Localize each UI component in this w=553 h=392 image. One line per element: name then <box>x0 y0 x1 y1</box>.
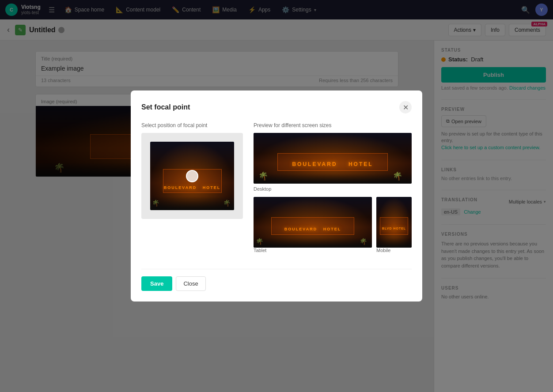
tablet-preview-container: BOULEVARD HOTEL 🌴 🌴 Tablet <box>254 197 372 258</box>
mobile-preview-image: BLVD HOTEL <box>376 197 412 248</box>
tablet-hotel-scene: BOULEVARD HOTEL 🌴 🌴 <box>254 197 372 248</box>
focal-selector-panel: Select position of focal point BOULEVARD… <box>141 122 243 258</box>
desktop-label: Desktop <box>254 186 412 192</box>
focal-selector-container: BOULEVARD HOTEL 🌴 🌴 <box>141 133 243 219</box>
desktop-hotel-scene: BOULEVARD HOTEL 🌴 🌴 <box>254 133 412 184</box>
preview-small-row: BOULEVARD HOTEL 🌴 🌴 Tablet <box>254 197 412 258</box>
modal-header: Set focal point ✕ <box>141 101 412 113</box>
focal-point-modal: Set focal point ✕ Select position of foc… <box>131 90 422 302</box>
tablet-label: Tablet <box>254 248 372 253</box>
modal-title: Set focal point <box>141 103 190 111</box>
modal-footer: Save Close <box>141 269 412 291</box>
focal-preview-panel: Preview for different screen sizes BOULE… <box>254 122 412 258</box>
focal-image: BOULEVARD HOTEL 🌴 🌴 <box>150 142 234 210</box>
mobile-hotel-scene: BLVD HOTEL <box>376 197 412 248</box>
modal-close-button[interactable]: ✕ <box>399 101 412 113</box>
focal-car-row <box>150 196 234 210</box>
mobile-label: Mobile <box>376 248 412 253</box>
modal-body: Select position of focal point BOULEVARD… <box>141 122 412 258</box>
focal-section-title: Select position of focal point <box>141 122 243 128</box>
tablet-preview-image: BOULEVARD HOTEL 🌴 🌴 <box>254 197 372 248</box>
preview-section-title: Preview for different screen sizes <box>254 122 412 128</box>
desktop-preview-image: BOULEVARD HOTEL 🌴 🌴 <box>254 133 412 184</box>
save-button[interactable]: Save <box>141 276 172 291</box>
modal-overlay[interactable]: Set focal point ✕ Select position of foc… <box>0 0 553 392</box>
focal-image-area[interactable]: BOULEVARD HOTEL 🌴 🌴 <box>150 142 234 210</box>
close-button[interactable]: Close <box>176 276 205 291</box>
mobile-preview-container: BLVD HOTEL Mobile <box>376 197 412 258</box>
focal-point-handle[interactable] <box>186 170 198 182</box>
